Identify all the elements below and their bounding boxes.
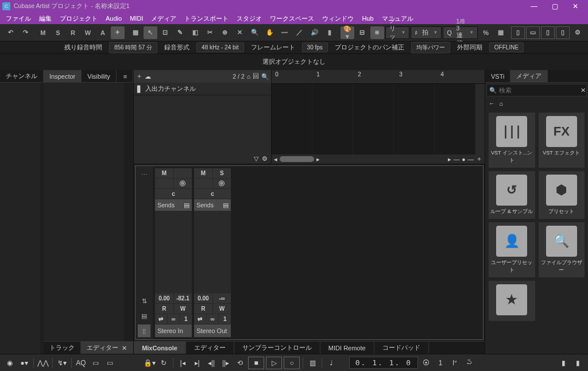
chain-icon[interactable]: ∞ — [207, 314, 219, 324]
close-button[interactable]: ✕ — [565, 0, 586, 13]
cycle-button[interactable]: ↻ — [157, 357, 170, 369]
close-icon[interactable]: ✕ — [122, 345, 127, 351]
aq-button[interactable]: AQ — [75, 357, 87, 369]
locator-r-button[interactable]: ▭ — [103, 357, 116, 369]
menu-midi[interactable]: MIDI — [126, 14, 146, 23]
link-icon[interactable]: ⇄ — [194, 314, 207, 324]
tab-menu-icon[interactable]: ≡ — [117, 70, 133, 82]
listen-icon[interactable]: ⓔ — [213, 179, 231, 188]
tab-mixconsole[interactable]: MixConsole — [134, 342, 186, 354]
back-icon[interactable]: ← — [489, 100, 495, 107]
mc-menu-button[interactable]: ⋯ — [138, 168, 150, 181]
nudge-button[interactable]: ⊟ — [355, 26, 369, 39]
marker-button[interactable]: ⋀⋀ — [37, 357, 49, 369]
menu-window[interactable]: ウィンドウ — [319, 13, 357, 24]
strip-name[interactable]: Stereo In — [155, 324, 192, 337]
constrain-button[interactable]: ▦ — [129, 26, 142, 39]
automation-toggle[interactable]: ▽ — [254, 155, 258, 162]
tab-midiremote[interactable]: MIDI Remote — [320, 342, 374, 354]
strip-read[interactable]: R — [155, 304, 174, 314]
tab-chordpad[interactable]: コードパッド — [374, 342, 429, 354]
media-card[interactable]: ⬢プリセット — [539, 171, 585, 219]
vertical-scrollbar[interactable] — [475, 84, 485, 154]
punch-in-button[interactable]: ◉ — [3, 357, 16, 369]
comp-tool[interactable]: ✋ — [263, 26, 277, 39]
mute-button[interactable]: M — [36, 26, 50, 39]
play-tool[interactable]: 🔊 — [308, 26, 322, 39]
quantize-select[interactable]: Q1/8 3 連符▼ — [443, 26, 478, 39]
setup-button[interactable]: ⚙ — [571, 26, 585, 39]
locator-l-button[interactable]: ▭ — [89, 357, 102, 369]
chain-icon[interactable]: ∞ — [168, 314, 180, 324]
strip-name[interactable]: Stereo Out — [194, 324, 231, 337]
go-end-button[interactable]: ▸| — [191, 357, 203, 369]
read-button[interactable]: R — [66, 26, 80, 39]
quantize-edit-button[interactable]: % — [479, 26, 493, 39]
sends-label[interactable]: Sends▤ — [194, 199, 231, 211]
rewind-button[interactable]: ◂|| — [205, 357, 218, 369]
redo-button[interactable]: ↷ — [18, 26, 32, 39]
click-button[interactable]: lᐡ — [448, 357, 461, 369]
sends-label[interactable]: Sends▤ — [155, 199, 192, 211]
minimize-button[interactable]: — — [524, 0, 544, 13]
mute-tool[interactable]: ✕ — [233, 26, 247, 39]
time-format-button[interactable]: ⦿ — [420, 357, 432, 369]
search-icon[interactable]: 🔍 — [261, 73, 269, 80]
split-tool[interactable]: ✂ — [203, 26, 217, 39]
strip-write[interactable]: W — [174, 304, 192, 314]
maximize-button[interactable]: ▢ — [544, 0, 565, 13]
layout1-button[interactable]: ▦ — [494, 26, 508, 39]
media-card[interactable]: ★ — [489, 281, 535, 321]
menu-file[interactable]: ファイル — [2, 13, 34, 24]
gear-icon[interactable]: ⚙ — [262, 155, 268, 162]
channel-strip[interactable]: MⓔсSends▤0.00-82.1RW⇄∞1Stereo In — [155, 168, 192, 337]
strip-solo[interactable]: S — [213, 168, 231, 178]
loop-button[interactable]: ⟲ — [234, 357, 246, 369]
menu-audio[interactable]: Audio — [102, 14, 125, 23]
ruler[interactable]: 0 1 2 3 4 — [272, 70, 485, 84]
stop-button[interactable]: ■ — [248, 357, 264, 369]
strip-mute[interactable]: M — [194, 168, 213, 178]
media-card[interactable]: FXVST エフェクト — [539, 113, 585, 168]
menu-edit[interactable]: 編集 — [36, 13, 55, 24]
mc-pictures-button[interactable]: ▤ — [138, 310, 150, 322]
time-display[interactable]: 0. 1. 1. 0 — [349, 357, 418, 369]
tab-visibility[interactable]: Visibility — [82, 70, 117, 82]
tab-media[interactable]: メディア — [510, 70, 548, 82]
horizontal-scrollbar[interactable]: ◂▸ ▸—●—＋ — [272, 154, 485, 164]
select-tool[interactable]: ↖ — [144, 26, 157, 39]
media-card[interactable]: ∣∣∣VST インスト...ント — [489, 113, 535, 168]
menu-workspace[interactable]: ワークスペース — [266, 13, 318, 24]
tab-editor-left[interactable]: エディター ✕ — [81, 342, 133, 354]
link-icon[interactable]: ⇄ — [155, 314, 168, 324]
line-tool[interactable]: ／ — [293, 26, 307, 39]
menu-project[interactable]: プロジェクト — [56, 13, 101, 24]
listen-icon[interactable]: ⓔ — [174, 179, 192, 188]
media-card[interactable]: 🔍ファイルブラウザー — [539, 222, 585, 277]
add-track-button[interactable]: ＋ — [136, 72, 142, 80]
snap-toggle[interactable]: ⋇ — [370, 26, 384, 39]
color-menu[interactable]: 🎨▾ — [341, 26, 354, 39]
play-button[interactable]: ▷ — [266, 357, 282, 369]
zone-right-button[interactable]: ▯ — [541, 26, 555, 39]
zone-lower-button[interactable]: ▭ — [526, 26, 540, 39]
tab-editor[interactable]: エディター — [186, 342, 234, 354]
forward-button[interactable]: ||▸ — [219, 357, 232, 369]
home-icon[interactable]: ⌂ — [500, 100, 503, 107]
precount-button[interactable]: ప — [463, 357, 475, 369]
write-button[interactable]: W — [81, 26, 95, 39]
tab-track[interactable]: トラック — [44, 342, 81, 354]
tab-channel[interactable]: チャンネル — [0, 70, 44, 82]
strip-read[interactable]: R — [194, 304, 213, 314]
bar-display[interactable]: 1 — [434, 357, 447, 369]
erase-tool[interactable]: ◧ — [188, 26, 202, 39]
agent-icon[interactable]: 回 — [253, 72, 259, 80]
go-start-button[interactable]: |◂ — [176, 357, 189, 369]
undo-button[interactable]: ↶ — [3, 26, 17, 39]
filter-icon[interactable]: ⌂ — [247, 73, 250, 80]
zoom-tool[interactable]: 🔍 — [248, 26, 262, 39]
range-tool[interactable]: ⊡ — [158, 26, 172, 39]
tab-vsti[interactable]: VSTi — [485, 70, 510, 82]
glue-tool[interactable]: ⊕ — [218, 26, 232, 39]
media-card[interactable]: ↺ループ & サンプル — [489, 171, 535, 219]
